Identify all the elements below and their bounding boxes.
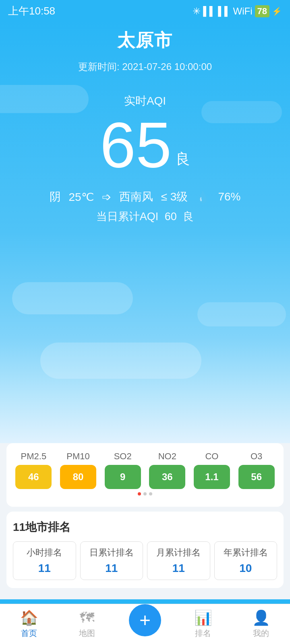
aqi-value: 65 bbox=[100, 113, 172, 177]
aqi-quality: 良 bbox=[176, 149, 190, 169]
pollutant-value-2: 9 bbox=[105, 465, 141, 489]
nav-add[interactable]: + bbox=[116, 604, 174, 644]
pollutant-value-3: 36 bbox=[149, 465, 185, 489]
home-icon: 🏠 bbox=[20, 609, 38, 626]
daily-aqi-value: 60 bbox=[165, 211, 177, 223]
wifi-icon: WiFi bbox=[233, 6, 253, 17]
weather-humidity: 76% bbox=[218, 190, 240, 203]
profile-icon: 👤 bbox=[252, 609, 270, 626]
weather-info: 阴 25℃ ➩ 西南风 ≤ 3级 💧 76% bbox=[50, 189, 241, 204]
daily-aqi: 当日累计AQI 60 良 bbox=[96, 209, 194, 224]
status-time: 上午10:58 bbox=[8, 4, 55, 18]
ranking-value-0: 11 bbox=[17, 562, 72, 575]
weather-wind: 西南风 bbox=[119, 189, 153, 204]
page-root: 上午10:58 ✳ ▌▌ ▌▌ WiFi 78 ⚡ 太原市 更新时间: 2021… bbox=[0, 0, 290, 644]
pollutant-item-o3: O356 bbox=[236, 451, 277, 489]
charging-icon: ⚡ bbox=[272, 6, 282, 16]
status-bar: 上午10:58 ✳ ▌▌ ▌▌ WiFi 78 ⚡ bbox=[0, 0, 290, 21]
cloud-decoration-1 bbox=[0, 85, 89, 113]
signal-icon-2: ▌▌ bbox=[218, 6, 230, 17]
ranking-item-2[interactable]: 月累计排名11 bbox=[147, 541, 210, 580]
ranking-value-3: 10 bbox=[218, 562, 274, 575]
nav-profile-label: 我的 bbox=[253, 628, 269, 639]
pollutant-item-pm10: PM1080 bbox=[58, 451, 99, 489]
pollutant-name-4: CO bbox=[205, 451, 218, 462]
ranking-label-3: 年累计排名 bbox=[218, 547, 274, 559]
pollutant-card: PM2.546PM1080SO29NO236CO1.1O356 bbox=[6, 443, 284, 507]
nav-home[interactable]: 🏠 首页 bbox=[0, 609, 58, 639]
nav-map-label: 地图 bbox=[79, 628, 95, 639]
ranking-grid: 小时排名11日累计排名11月累计排名11年累计排名10 bbox=[13, 541, 277, 580]
add-button[interactable]: + bbox=[129, 604, 161, 636]
pollutant-value-5: 56 bbox=[238, 465, 275, 489]
scroll-dots bbox=[13, 489, 277, 499]
battery-indicator: 78 bbox=[255, 5, 269, 17]
map-icon: 🗺 bbox=[80, 609, 94, 626]
cloud-decoration-2 bbox=[201, 101, 282, 123]
ranking-card: 11地市排名 小时排名11日累计排名11月累计排名11年累计排名10 bbox=[6, 512, 284, 588]
ranking-title: 11地市排名 bbox=[13, 520, 277, 535]
pollutant-value-1: 80 bbox=[60, 465, 96, 489]
signal-icon: ▌▌ bbox=[203, 6, 215, 17]
ranking-label-0: 小时排名 bbox=[17, 547, 72, 559]
pollutant-name-0: PM2.5 bbox=[21, 451, 47, 462]
cloud-decoration-4 bbox=[197, 302, 286, 326]
dot-3 bbox=[149, 492, 152, 495]
aqi-label: 实时AQI bbox=[124, 93, 166, 109]
daily-aqi-label: 当日累计AQI bbox=[96, 211, 159, 223]
ranking-value-1: 11 bbox=[84, 562, 140, 575]
ranking-value-2: 11 bbox=[151, 562, 207, 575]
plus-icon: + bbox=[139, 611, 151, 630]
bottom-nav: 🏠 首页 🗺 地图 + 📊 排名 👤 我的 bbox=[0, 604, 290, 644]
nav-ranking-label: 排名 bbox=[195, 628, 211, 639]
pollutant-item-so2: SO29 bbox=[102, 451, 143, 489]
pollutant-item-no2: NO236 bbox=[147, 451, 188, 489]
ranking-label-1: 日累计排名 bbox=[84, 547, 140, 559]
wind-icon: ➩ bbox=[102, 190, 111, 204]
nav-home-label: 首页 bbox=[21, 628, 37, 639]
pollutant-name-5: O3 bbox=[251, 451, 262, 462]
ranking-item-1[interactable]: 日累计排名11 bbox=[80, 541, 143, 580]
ranking-item-0[interactable]: 小时排名11 bbox=[13, 541, 76, 580]
pollutant-name-3: NO2 bbox=[158, 451, 176, 462]
update-time: 更新时间: 2021-07-26 10:00:00 bbox=[78, 60, 212, 73]
pollutant-value-0: 46 bbox=[15, 465, 52, 489]
cloud-decoration-3 bbox=[12, 282, 133, 314]
weather-temperature: 25℃ bbox=[69, 190, 94, 204]
pollutant-name-2: SO2 bbox=[114, 451, 132, 462]
humidity-icon: 💧 bbox=[196, 190, 210, 204]
weather-wind-level: ≤ 3级 bbox=[161, 189, 188, 204]
dot-2 bbox=[143, 492, 147, 495]
cloud-decoration-5 bbox=[40, 343, 201, 379]
daily-aqi-quality: 良 bbox=[183, 211, 194, 223]
weather-condition: 阴 bbox=[50, 189, 61, 204]
pollutant-value-4: 1.1 bbox=[194, 465, 230, 489]
nav-ranking[interactable]: 📊 排名 bbox=[174, 609, 232, 639]
nav-profile[interactable]: 👤 我的 bbox=[232, 609, 290, 639]
pollutant-grid: PM2.546PM1080SO29NO236CO1.1O356 bbox=[13, 451, 277, 489]
nav-map[interactable]: 🗺 地图 bbox=[58, 609, 116, 639]
pollutant-name-1: PM10 bbox=[66, 451, 89, 462]
bottom-panels: PM2.546PM1080SO29NO236CO1.1O356 11地市排名 小… bbox=[0, 443, 290, 599]
sky-background: 太原市 更新时间: 2021-07-26 10:00:00 实时AQI 65 良… bbox=[0, 21, 290, 443]
ranking-icon: 📊 bbox=[194, 609, 212, 626]
city-title: 太原市 bbox=[117, 29, 173, 52]
pollutant-item-pm2.5: PM2.546 bbox=[13, 451, 54, 489]
ranking-label-2: 月累计排名 bbox=[151, 547, 207, 559]
bluetooth-icon: ✳ bbox=[193, 6, 201, 17]
status-icons: ✳ ▌▌ ▌▌ WiFi 78 ⚡ bbox=[193, 5, 282, 17]
pollutant-item-co: CO1.1 bbox=[191, 451, 233, 489]
dot-active bbox=[138, 492, 141, 495]
ranking-item-3[interactable]: 年累计排名10 bbox=[214, 541, 278, 580]
